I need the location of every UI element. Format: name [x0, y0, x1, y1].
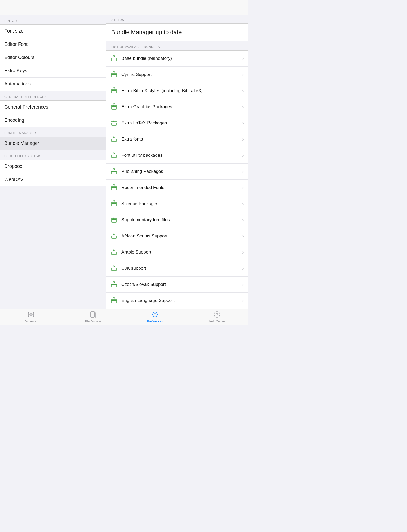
- chevron-right-icon-supplementary-font-files: ›: [242, 217, 244, 223]
- sidebar-item-editor-font[interactable]: Editor Font: [0, 38, 106, 51]
- file-browser-label: File Browser: [85, 320, 101, 323]
- sidebar-section-editor: EDITOR: [0, 15, 106, 25]
- bundle-item-publishing-packages[interactable]: Publishing Packages›: [106, 164, 248, 180]
- status-section-header: STATUS: [106, 15, 248, 24]
- preferences-label: Preferences: [147, 320, 163, 323]
- svg-point-58: [154, 314, 156, 315]
- sidebar-section-bundle-manager: BUNDLE MANAGER: [0, 127, 106, 137]
- bundle-item-extra-bibtex-styles[interactable]: Extra BibTeX styles (including BibLaTeX)…: [106, 83, 248, 99]
- svg-rect-53: [91, 312, 94, 317]
- bundle-label-extra-latex-packages: Extra LaTeX Packages: [121, 120, 242, 126]
- tab-bar: Organiser File Browser Preferences ? Hel…: [0, 309, 248, 325]
- bundle-item-font-utility-packages[interactable]: Font utility packages›: [106, 147, 248, 164]
- tab-organiser[interactable]: Organiser: [0, 309, 62, 325]
- chevron-right-icon-base-bundle: ›: [242, 56, 244, 61]
- bundle-label-publishing-packages: Publishing Packages: [121, 169, 242, 174]
- bundle-item-cyrillic-support[interactable]: Cyrillic Support›: [106, 67, 248, 83]
- svg-rect-51: [29, 315, 31, 316]
- sidebar-section-general-preferences: GENERAL PREFERENCES: [0, 91, 106, 101]
- gift-icon-science-packages: [110, 200, 121, 208]
- gift-icon-african-scripts-support: [110, 232, 121, 240]
- bundle-label-extra-bibtex-styles: Extra BibTeX styles (including BibLaTeX): [121, 88, 242, 93]
- chevron-right-icon-publishing-packages: ›: [242, 169, 244, 174]
- bundle-item-extra-graphics-packages[interactable]: Extra Graphics Packages›: [106, 99, 248, 115]
- sidebar: EDITORFont sizeEditor FontEditor Colours…: [0, 15, 106, 309]
- gift-icon-czech-slovak-support: [110, 280, 121, 289]
- chevron-right-icon-science-packages: ›: [242, 201, 244, 207]
- bundle-item-science-packages[interactable]: Science Packages›: [106, 196, 248, 212]
- header-right: [106, 0, 248, 15]
- help-centre-label: Help Centre: [209, 320, 225, 323]
- chevron-right-icon-czech-slovak-support: ›: [242, 282, 244, 287]
- header: [0, 0, 248, 15]
- sidebar-item-editor-colours[interactable]: Editor Colours: [0, 51, 106, 64]
- chevron-right-icon-extra-latex-packages: ›: [242, 120, 244, 126]
- bundle-label-extra-fonts: Extra fonts: [121, 137, 242, 142]
- bundle-item-extra-latex-packages[interactable]: Extra LaTeX Packages›: [106, 115, 248, 131]
- tab-preferences[interactable]: Preferences: [124, 309, 186, 325]
- gift-icon-extra-fonts: [110, 135, 121, 143]
- chevron-right-icon-font-utility-packages: ›: [242, 153, 244, 158]
- sidebar-item-automations[interactable]: Automations: [0, 78, 106, 91]
- bundle-item-base-bundle[interactable]: Base bundle (Mandatory)›: [106, 51, 248, 67]
- sidebar-item-bundle-manager-item[interactable]: Bundle Manager: [0, 137, 106, 150]
- bundle-item-recommended-fonts[interactable]: Recommended Fonts›: [106, 180, 248, 196]
- header-left: [0, 0, 106, 15]
- sidebar-section-cloud-file-systems: CLOUD FILE SYSTEMS: [0, 150, 106, 160]
- sidebar-item-dropbox[interactable]: Dropbox: [0, 160, 106, 173]
- organiser-label: Organiser: [25, 320, 37, 323]
- bundle-item-extra-fonts[interactable]: Extra fonts›: [106, 131, 248, 147]
- gift-icon-base-bundle: [110, 54, 121, 63]
- bundle-item-czech-slovak-support[interactable]: Czech/Slovak Support›: [106, 277, 248, 293]
- bundle-label-extra-graphics-packages: Extra Graphics Packages: [121, 104, 242, 110]
- gift-icon-supplementary-font-files: [110, 216, 121, 224]
- bundle-label-arabic-support: Arabic Support: [121, 250, 242, 255]
- gift-icon-recommended-fonts: [110, 183, 121, 192]
- gift-icon-english-language-support: [110, 296, 121, 305]
- bundle-label-czech-slovak-support: Czech/Slovak Support: [121, 282, 242, 287]
- chevron-right-icon-cjk-support: ›: [242, 266, 244, 271]
- sidebar-item-extra-keys[interactable]: Extra Keys: [0, 64, 106, 78]
- gift-icon-cyrillic-support: [110, 70, 121, 79]
- bundle-item-arabic-support[interactable]: Arabic Support›: [106, 244, 248, 260]
- tab-file-browser[interactable]: File Browser: [62, 309, 124, 325]
- sidebar-item-encoding[interactable]: Encoding: [0, 114, 106, 127]
- gift-icon-extra-bibtex-styles: [110, 87, 121, 95]
- chevron-right-icon-recommended-fonts: ›: [242, 185, 244, 191]
- chevron-right-icon-extra-bibtex-styles: ›: [242, 88, 244, 94]
- gift-icon-arabic-support: [110, 248, 121, 256]
- bundles-section-header: LIST OF AVAILABLE BUNDLES: [106, 41, 248, 51]
- sidebar-item-general-preferences-item[interactable]: General Preferences: [0, 101, 106, 114]
- gift-icon-font-utility-packages: [110, 151, 121, 160]
- svg-rect-52: [31, 315, 33, 316]
- chevron-right-icon-african-scripts-support: ›: [242, 233, 244, 239]
- right-panel: STATUSBundle Manager up to dateLIST OF A…: [106, 15, 248, 309]
- bundle-item-african-scripts-support[interactable]: African Scripts Support›: [106, 228, 248, 244]
- gift-icon-extra-graphics-packages: [110, 103, 121, 111]
- bundle-label-african-scripts-support: African Scripts Support: [121, 233, 242, 239]
- bundle-item-english-language-support[interactable]: English Language Support›: [106, 293, 248, 309]
- tab-help-centre[interactable]: ? Help Centre: [186, 309, 248, 325]
- bundle-label-supplementary-font-files: Supplementary font files: [121, 217, 242, 223]
- sidebar-item-webdav[interactable]: WebDAV: [0, 173, 106, 186]
- gift-icon-cjk-support: [110, 264, 121, 273]
- bundle-item-supplementary-font-files[interactable]: Supplementary font files›: [106, 212, 248, 228]
- sidebar-item-font-size[interactable]: Font size: [0, 25, 106, 38]
- bundle-item-cjk-support[interactable]: CJK support›: [106, 260, 248, 277]
- preferences-icon: [152, 311, 158, 319]
- bundle-label-font-utility-packages: Font utility packages: [121, 153, 242, 158]
- status-message: Bundle Manager up to date: [106, 24, 248, 41]
- help-centre-icon: ?: [214, 311, 220, 319]
- bundle-label-base-bundle: Base bundle (Mandatory): [121, 56, 242, 61]
- bundle-label-cyrillic-support: Cyrillic Support: [121, 72, 242, 77]
- svg-rect-48: [28, 312, 34, 317]
- bundle-label-english-language-support: English Language Support: [121, 298, 242, 303]
- svg-text:?: ?: [216, 312, 218, 317]
- bundle-label-recommended-fonts: Recommended Fonts: [121, 185, 242, 190]
- main-container: EDITORFont sizeEditor FontEditor Colours…: [0, 15, 248, 309]
- gift-icon-publishing-packages: [110, 167, 121, 176]
- chevron-right-icon-arabic-support: ›: [242, 250, 244, 255]
- gift-icon-extra-latex-packages: [110, 119, 121, 127]
- svg-rect-50: [31, 313, 33, 314]
- chevron-right-icon-english-language-support: ›: [242, 298, 244, 304]
